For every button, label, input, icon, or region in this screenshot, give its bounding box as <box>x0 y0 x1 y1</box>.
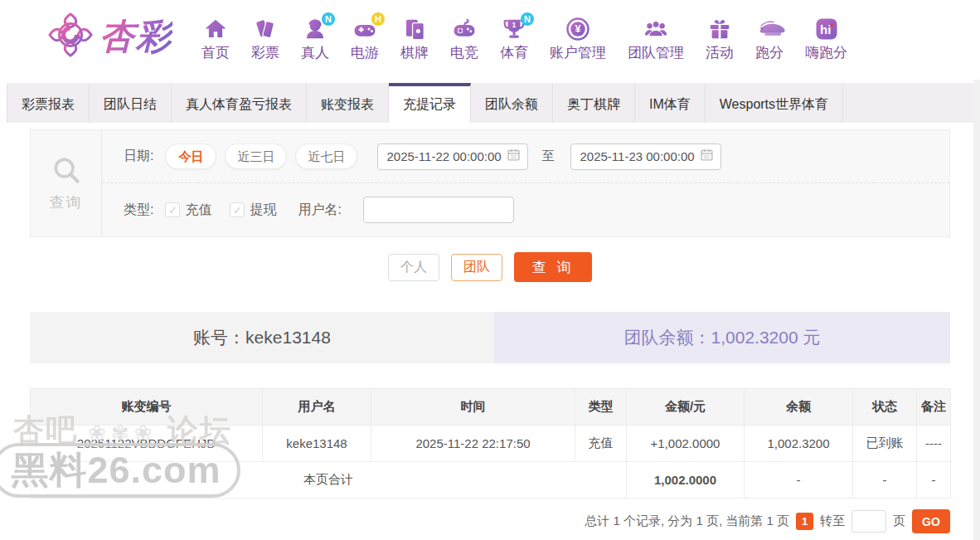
home-icon <box>203 17 228 41</box>
cell-remark: ---- <box>917 426 951 462</box>
gamepad-icon: H <box>352 17 377 41</box>
cell-balance: 1,002.3200 <box>745 426 853 462</box>
nav-item-lottery[interactable]: 彩票 <box>240 12 290 62</box>
hot-badge: H <box>371 12 385 26</box>
nav-item-team-management[interactable]: 团队管理 <box>617 12 695 62</box>
account-summary-band: 账号： keke13148 团队余额： 1,002.3200 元 <box>30 312 950 363</box>
col-header-time: 时间 <box>371 389 575 426</box>
tab-live-sports-pnl[interactable]: 真人体育盈亏报表 <box>172 83 307 123</box>
date-from-box <box>377 144 528 170</box>
goto-label: 转至 <box>820 513 845 529</box>
calendar-icon[interactable] <box>700 148 714 165</box>
col-header-balance: 余额 <box>745 389 853 426</box>
deposit-checkbox[interactable]: ✓ <box>165 202 180 217</box>
query-button[interactable]: 查 询 <box>514 252 592 282</box>
tab-deposit-withdraw-records[interactable]: 充提记录 <box>389 83 471 123</box>
account-value: keke13148 <box>245 328 331 348</box>
deposit-checkbox-label: 充值 <box>185 202 211 219</box>
col-header-change-id: 账变编号 <box>31 389 263 426</box>
filter-panel: 查询 日期: 今日 近三日 近七日 <box>30 129 950 237</box>
current-page-badge[interactable]: 1 <box>796 513 813 530</box>
tab-account-changes[interactable]: 账变报表 <box>307 83 389 123</box>
nav-item-sports[interactable]: 1 N 体育 <box>489 12 539 62</box>
logo[interactable]: 杏彩 <box>46 11 172 62</box>
tab-team-daily[interactable]: 团队日结 <box>90 83 172 123</box>
total-balance-cell: - <box>745 462 853 499</box>
go-button[interactable]: GO <box>912 509 950 533</box>
cell-time: 2025-11-22 22:17:50 <box>371 426 575 462</box>
nav-item-hi-paofen[interactable]: hi 嗨跑分 <box>794 12 858 62</box>
yuan-coin-icon: ¥ <box>565 17 590 41</box>
search-side-label: 查询 <box>31 130 102 236</box>
cell-username: keke13148 <box>263 426 371 462</box>
action-buttons-row: 个人 团队 查 询 <box>0 244 980 290</box>
preset-7days-button[interactable]: 近七日 <box>295 144 357 169</box>
main-nav: 首页 彩票 N 真人 <box>191 12 858 62</box>
personal-button[interactable]: 个人 <box>388 254 439 281</box>
username-input[interactable] <box>363 197 514 223</box>
date-to-label: 至 <box>541 148 554 164</box>
date-filter-row: 日期: 今日 近三日 近七日 至 <box>102 130 949 183</box>
col-header-status: 状态 <box>853 389 917 426</box>
col-header-username: 用户名 <box>263 389 371 426</box>
gift-icon <box>707 17 732 41</box>
nav-item-account-management[interactable]: ¥ 账户管理 <box>539 12 617 62</box>
withdraw-checkbox[interactable]: ✓ <box>230 202 245 217</box>
nav-item-paofen[interactable]: 跑分 <box>745 12 794 62</box>
date-to-input[interactable] <box>580 149 700 163</box>
hi-app-icon: hi <box>814 17 839 41</box>
live-dealer-icon: N <box>303 17 327 41</box>
nav-item-home[interactable]: 首页 <box>191 12 240 62</box>
team-button[interactable]: 团队 <box>451 254 502 281</box>
username-label: 用户名: <box>298 202 341 219</box>
trophy-icon: 1 N <box>502 17 526 41</box>
cell-amount: +1,002.0000 <box>627 426 745 462</box>
pagination-bar: 总计 1 个记录, 分为 1 页, 当前第 1 页 1 转至 页 GO <box>0 509 950 533</box>
account-panel: 账号： keke13148 <box>30 312 494 363</box>
nav-item-egames[interactable]: H 电游 <box>340 12 390 62</box>
new-badge: N <box>322 12 335 26</box>
tab-im-sports[interactable]: IM体育 <box>635 83 706 123</box>
total-amount-cell: 1,002.0000 <box>627 462 745 499</box>
total-status-cell: - <box>853 462 917 499</box>
cell-status: 已到账 <box>853 426 917 462</box>
new-badge: N <box>521 12 534 26</box>
page-right-gutter <box>973 80 980 540</box>
total-remark-cell: - <box>917 462 951 499</box>
svg-text:¥: ¥ <box>575 23 581 35</box>
preset-3days-button[interactable]: 近三日 <box>225 144 287 169</box>
table-row: 20251122VBDDGFEHJD keke13148 2025-11-22 … <box>31 426 951 462</box>
nav-item-live[interactable]: N 真人 <box>290 12 340 62</box>
search-icon <box>51 154 82 189</box>
date-from-input[interactable] <box>386 149 507 163</box>
team-balance-label: 团队余额： <box>624 326 711 349</box>
header: 杏彩 首页 彩票 N <box>0 0 980 73</box>
logo-text: 杏彩 <box>99 13 172 60</box>
records-table: 账变编号 用户名 时间 类型 金额/元 余额 状态 备注 20251122VBD… <box>30 388 951 499</box>
tab-lottery-report[interactable]: 彩票报表 <box>7 83 90 123</box>
page-unit-label: 页 <box>893 513 905 529</box>
total-label-cell: 本页合计 <box>31 462 627 499</box>
pagination-summary: 总计 1 个记录, 分为 1 页, 当前第 1 页 <box>585 513 789 529</box>
tab-wesports[interactable]: Wesports世界体育 <box>706 83 843 123</box>
calendar-icon[interactable] <box>507 148 521 165</box>
preset-today-button[interactable]: 今日 <box>165 144 216 169</box>
cards-icon <box>402 17 427 41</box>
account-label: 账号： <box>193 326 245 349</box>
type-label: 类型: <box>124 202 153 219</box>
tab-team-balance[interactable]: 团队余额 <box>471 83 553 123</box>
goto-page-input[interactable] <box>851 510 886 533</box>
team-balance-value: 1,002.3200 元 <box>711 326 821 349</box>
esports-gamepad-icon <box>452 17 477 41</box>
table-header-row: 账变编号 用户名 时间 类型 金额/元 余额 状态 备注 <box>31 389 951 426</box>
type-filter-row: 类型: ✓ 充值 ✓ 提现 用户名: <box>102 183 949 236</box>
date-label: 日期: <box>124 148 153 165</box>
nav-item-activity[interactable]: 活动 <box>695 12 745 62</box>
col-header-type: 类型 <box>575 389 627 426</box>
nav-item-esports[interactable]: 电竞 <box>439 12 489 62</box>
svg-text:1: 1 <box>512 21 517 29</box>
lottery-icon <box>253 17 278 41</box>
cell-change-id: 20251122VBDDGFEHJD <box>31 426 263 462</box>
tab-aoding-boardgames[interactable]: 奥丁棋牌 <box>553 83 635 123</box>
nav-item-boardgames[interactable]: 棋牌 <box>390 12 439 62</box>
